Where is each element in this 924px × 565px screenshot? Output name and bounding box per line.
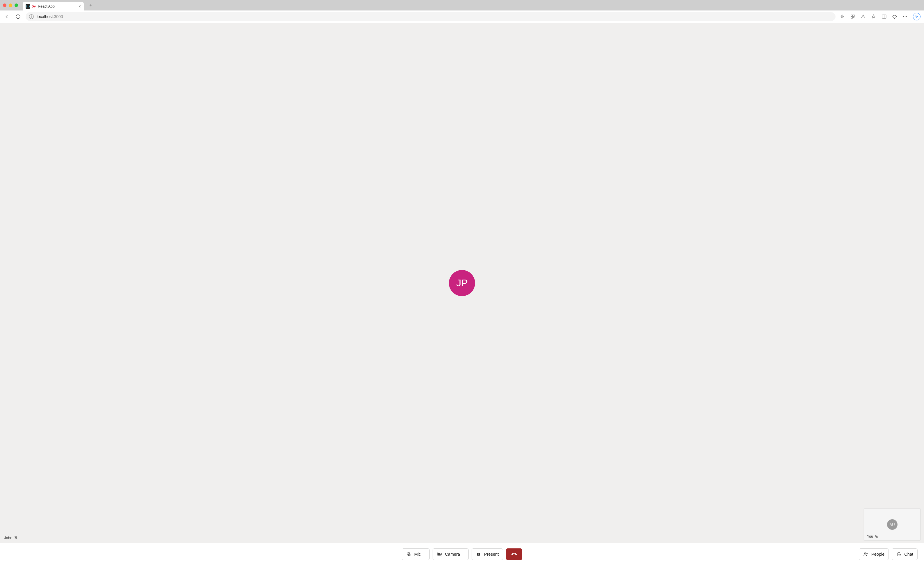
tab-title: React App	[38, 5, 76, 9]
read-aloud-icon[interactable]	[861, 14, 866, 19]
remote-participant-initials: JP	[456, 277, 468, 289]
svg-point-17	[866, 553, 867, 554]
svg-rect-1	[851, 15, 852, 16]
present-button[interactable]: Present	[472, 548, 503, 560]
window-close-button[interactable]	[3, 3, 6, 7]
self-name: You	[867, 534, 873, 538]
people-icon	[863, 551, 868, 557]
tab-strip: React App × +	[0, 0, 924, 11]
split-screen-icon[interactable]	[882, 14, 887, 19]
svg-point-7	[906, 16, 907, 17]
people-label: People	[871, 552, 884, 556]
divider	[464, 551, 464, 557]
tab-close-button[interactable]: ×	[79, 4, 81, 9]
right-controls: People Chat	[859, 548, 918, 560]
nav-reload-button[interactable]	[15, 13, 21, 20]
remote-participant-avatar: JP	[449, 270, 475, 296]
browser-chrome: React App × + i localhost:3000	[0, 0, 924, 23]
bing-button[interactable]	[913, 13, 921, 20]
hangup-icon	[512, 551, 517, 557]
window-maximize-button[interactable]	[15, 3, 18, 7]
center-controls: Mic Camera Present	[402, 548, 522, 560]
new-tab-button[interactable]: +	[87, 1, 95, 9]
svg-rect-0	[842, 15, 843, 17]
url-host: localhost	[37, 14, 53, 19]
browser-toolbar-right	[840, 13, 921, 20]
mic-button[interactable]: Mic	[402, 548, 430, 560]
nav-back-button[interactable]	[3, 13, 10, 20]
divider	[425, 551, 425, 557]
svg-rect-3	[851, 17, 852, 18]
svg-point-5	[903, 16, 904, 17]
control-bar: Mic Camera Present	[0, 543, 924, 565]
voice-search-icon[interactable]	[840, 14, 845, 19]
self-avatar: AU	[887, 519, 897, 530]
browser-tab[interactable]: React App ×	[23, 2, 84, 11]
video-call-app: JP John AU You M	[0, 23, 924, 565]
extensions-icon[interactable]	[850, 14, 855, 19]
react-favicon-icon	[26, 4, 30, 9]
mic-off-icon	[406, 551, 411, 557]
recording-indicator-icon	[32, 5, 36, 8]
mic-muted-icon	[874, 534, 879, 538]
svg-point-16	[865, 553, 866, 554]
tab-favicon	[26, 4, 36, 9]
svg-rect-2	[853, 15, 854, 16]
self-video-tile[interactable]: AU You	[864, 508, 921, 541]
more-menu-icon[interactable]	[903, 14, 908, 19]
address-bar[interactable]: i localhost:3000	[26, 12, 836, 21]
site-info-icon[interactable]: i	[29, 14, 34, 19]
chat-button[interactable]: Chat	[892, 548, 918, 560]
collections-icon[interactable]	[892, 14, 897, 19]
present-icon	[476, 551, 481, 557]
svg-point-6	[905, 16, 905, 17]
mic-label: Mic	[414, 552, 421, 556]
url-text: localhost:3000	[37, 14, 63, 19]
favorite-icon[interactable]	[871, 14, 876, 19]
chat-icon	[896, 551, 901, 557]
camera-label: Camera	[445, 552, 460, 556]
url-port: :3000	[53, 14, 63, 19]
chat-label: Chat	[904, 552, 913, 556]
mic-muted-icon	[14, 536, 18, 540]
remote-participant-name: John	[4, 536, 12, 540]
self-initials: AU	[890, 523, 895, 527]
address-bar-row: i localhost:3000	[0, 11, 924, 23]
svg-line-14	[438, 552, 442, 556]
people-button[interactable]: People	[859, 548, 889, 560]
video-stage: JP John AU You	[0, 23, 924, 543]
camera-off-icon	[437, 551, 442, 557]
self-label: You	[867, 534, 879, 538]
window-controls	[3, 3, 20, 7]
remote-participant-label: John	[4, 536, 18, 540]
camera-button[interactable]: Camera	[433, 548, 469, 560]
window-minimize-button[interactable]	[9, 3, 12, 7]
hangup-button[interactable]	[506, 548, 522, 560]
present-label: Present	[484, 552, 499, 556]
